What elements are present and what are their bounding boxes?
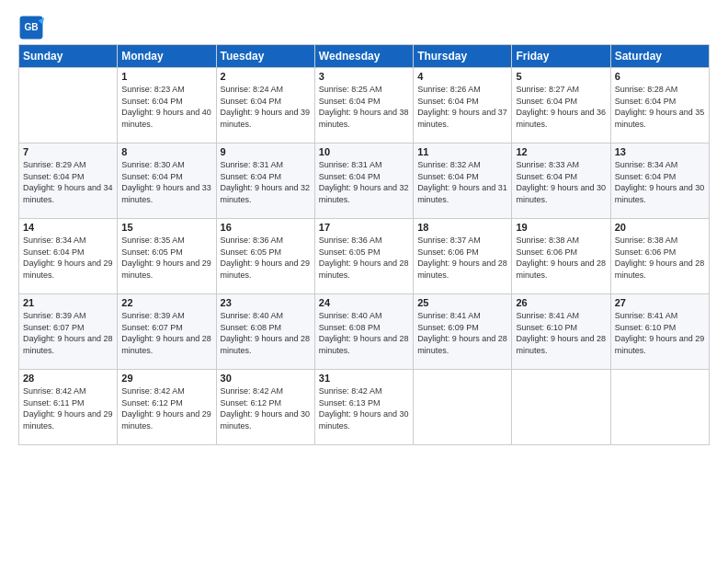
sunrise: Sunrise: 8:23 AM <box>121 85 185 94</box>
sunset: Sunset: 6:04 PM <box>516 97 577 106</box>
day-number: 1 <box>121 71 211 82</box>
sunset: Sunset: 6:06 PM <box>615 247 677 257</box>
day-cell: 19 Sunrise: 8:38 AM Sunset: 6:06 PM Dayl… <box>512 219 610 294</box>
day-cell: 21 Sunrise: 8:39 AM Sunset: 6:07 PM Dayl… <box>19 294 118 370</box>
day-number: 25 <box>417 297 507 308</box>
cell-info: Sunrise: 8:27 AM Sunset: 6:04 PM Dayligh… <box>516 84 606 130</box>
week-row-3: 14 Sunrise: 8:34 AM Sunset: 6:04 PM Dayl… <box>19 219 710 294</box>
day-cell: 31 Sunrise: 8:42 AM Sunset: 6:13 PM Dayl… <box>314 370 413 445</box>
sunrise: Sunrise: 8:30 AM <box>121 160 185 169</box>
day-number: 5 <box>516 71 606 82</box>
day-number: 9 <box>221 146 311 157</box>
cell-info: Sunrise: 8:41 AM Sunset: 6:10 PM Dayligh… <box>516 310 606 356</box>
day-number: 19 <box>516 222 606 233</box>
cell-info: Sunrise: 8:25 AM Sunset: 6:04 PM Dayligh… <box>319 84 409 130</box>
day-number: 17 <box>319 222 409 233</box>
header-day-tuesday: Tuesday <box>216 45 314 68</box>
daylight: Daylight: 9 hours and 30 minutes. <box>516 183 606 204</box>
cell-info: Sunrise: 8:28 AM Sunset: 6:04 PM Dayligh… <box>615 84 705 130</box>
sunset: Sunset: 6:06 PM <box>516 247 577 257</box>
cell-info: Sunrise: 8:42 AM Sunset: 6:12 PM Dayligh… <box>121 385 211 431</box>
svg-text:GB: GB <box>24 22 38 32</box>
day-number: 28 <box>23 373 113 384</box>
day-cell <box>512 370 610 445</box>
sunrise: Sunrise: 8:26 AM <box>417 85 481 94</box>
daylight: Daylight: 9 hours and 37 minutes. <box>417 108 507 129</box>
sunset: Sunset: 6:13 PM <box>319 398 381 408</box>
daylight: Daylight: 9 hours and 29 minutes. <box>23 259 113 280</box>
cell-info: Sunrise: 8:36 AM Sunset: 6:05 PM Dayligh… <box>221 235 311 281</box>
header-day-friday: Friday <box>512 45 610 68</box>
sunset: Sunset: 6:05 PM <box>221 247 282 257</box>
day-cell: 3 Sunrise: 8:25 AM Sunset: 6:04 PM Dayli… <box>314 68 413 144</box>
cell-info: Sunrise: 8:39 AM Sunset: 6:07 PM Dayligh… <box>23 310 113 356</box>
day-cell: 27 Sunrise: 8:41 AM Sunset: 6:10 PM Dayl… <box>610 294 709 370</box>
day-cell: 16 Sunrise: 8:36 AM Sunset: 6:05 PM Dayl… <box>216 219 314 294</box>
week-row-4: 21 Sunrise: 8:39 AM Sunset: 6:07 PM Dayl… <box>19 294 710 370</box>
sunrise: Sunrise: 8:42 AM <box>221 386 284 396</box>
day-cell: 24 Sunrise: 8:40 AM Sunset: 6:08 PM Dayl… <box>314 294 413 370</box>
sunrise: Sunrise: 8:39 AM <box>23 311 86 320</box>
day-cell: 18 Sunrise: 8:37 AM Sunset: 6:06 PM Dayl… <box>414 219 512 294</box>
sunrise: Sunrise: 8:41 AM <box>615 311 678 320</box>
daylight: Daylight: 9 hours and 28 minutes. <box>121 334 211 355</box>
day-cell <box>19 68 118 144</box>
day-cell: 20 Sunrise: 8:38 AM Sunset: 6:06 PM Dayl… <box>610 219 709 294</box>
day-cell: 6 Sunrise: 8:28 AM Sunset: 6:04 PM Dayli… <box>610 68 709 144</box>
calendar-table: SundayMondayTuesdayWednesdayThursdayFrid… <box>18 44 710 445</box>
sunrise: Sunrise: 8:38 AM <box>516 236 579 245</box>
header-day-monday: Monday <box>118 45 216 68</box>
daylight: Daylight: 9 hours and 28 minutes. <box>615 259 705 280</box>
day-number: 21 <box>23 297 113 308</box>
cell-info: Sunrise: 8:35 AM Sunset: 6:05 PM Dayligh… <box>121 235 211 281</box>
day-cell: 1 Sunrise: 8:23 AM Sunset: 6:04 PM Dayli… <box>118 68 216 144</box>
sunrise: Sunrise: 8:25 AM <box>319 85 382 94</box>
cell-info: Sunrise: 8:26 AM Sunset: 6:04 PM Dayligh… <box>417 84 507 130</box>
cell-info: Sunrise: 8:32 AM Sunset: 6:04 PM Dayligh… <box>417 159 507 205</box>
daylight: Daylight: 9 hours and 38 minutes. <box>319 108 409 129</box>
daylight: Daylight: 9 hours and 40 minutes. <box>121 108 211 129</box>
cell-info: Sunrise: 8:29 AM Sunset: 6:04 PM Dayligh… <box>23 159 113 205</box>
day-number: 18 <box>417 222 507 233</box>
cell-info: Sunrise: 8:38 AM Sunset: 6:06 PM Dayligh… <box>615 235 705 281</box>
daylight: Daylight: 9 hours and 29 minutes. <box>23 409 113 431</box>
sunset: Sunset: 6:04 PM <box>319 97 381 106</box>
day-cell: 23 Sunrise: 8:40 AM Sunset: 6:08 PM Dayl… <box>216 294 314 370</box>
day-cell: 11 Sunrise: 8:32 AM Sunset: 6:04 PM Dayl… <box>414 144 512 219</box>
sunset: Sunset: 6:07 PM <box>121 323 183 332</box>
sunrise: Sunrise: 8:36 AM <box>221 236 284 245</box>
sunset: Sunset: 6:04 PM <box>417 172 479 181</box>
sunrise: Sunrise: 8:27 AM <box>516 85 579 94</box>
day-cell: 26 Sunrise: 8:41 AM Sunset: 6:10 PM Dayl… <box>512 294 610 370</box>
daylight: Daylight: 9 hours and 32 minutes. <box>221 183 311 204</box>
daylight: Daylight: 9 hours and 30 minutes. <box>319 409 409 431</box>
sunset: Sunset: 6:04 PM <box>221 172 282 181</box>
logo-icon: GB <box>18 15 44 40</box>
daylight: Daylight: 9 hours and 28 minutes. <box>319 259 409 280</box>
sunrise: Sunrise: 8:31 AM <box>221 160 284 169</box>
day-number: 7 <box>23 146 113 157</box>
sunrise: Sunrise: 8:33 AM <box>516 160 579 169</box>
day-cell: 10 Sunrise: 8:31 AM Sunset: 6:04 PM Dayl… <box>314 144 413 219</box>
day-number: 29 <box>121 373 211 384</box>
sunrise: Sunrise: 8:42 AM <box>319 386 382 396</box>
sunset: Sunset: 6:04 PM <box>615 172 677 181</box>
day-number: 31 <box>319 373 409 384</box>
sunset: Sunset: 6:04 PM <box>516 172 577 181</box>
day-number: 13 <box>615 146 705 157</box>
day-number: 24 <box>319 297 409 308</box>
sunset: Sunset: 6:05 PM <box>121 247 183 257</box>
cell-info: Sunrise: 8:24 AM Sunset: 6:04 PM Dayligh… <box>221 84 311 130</box>
day-cell: 8 Sunrise: 8:30 AM Sunset: 6:04 PM Dayli… <box>118 144 216 219</box>
cell-info: Sunrise: 8:42 AM Sunset: 6:12 PM Dayligh… <box>221 385 311 431</box>
day-cell: 30 Sunrise: 8:42 AM Sunset: 6:12 PM Dayl… <box>216 370 314 445</box>
day-cell: 28 Sunrise: 8:42 AM Sunset: 6:11 PM Dayl… <box>19 370 118 445</box>
day-cell: 14 Sunrise: 8:34 AM Sunset: 6:04 PM Dayl… <box>19 219 118 294</box>
day-number: 26 <box>516 297 606 308</box>
cell-info: Sunrise: 8:42 AM Sunset: 6:11 PM Dayligh… <box>23 385 113 431</box>
day-number: 16 <box>221 222 311 233</box>
cell-info: Sunrise: 8:39 AM Sunset: 6:07 PM Dayligh… <box>121 310 211 356</box>
cell-info: Sunrise: 8:37 AM Sunset: 6:06 PM Dayligh… <box>417 235 507 281</box>
cell-info: Sunrise: 8:41 AM Sunset: 6:10 PM Dayligh… <box>615 310 705 356</box>
sunset: Sunset: 6:08 PM <box>319 323 381 332</box>
